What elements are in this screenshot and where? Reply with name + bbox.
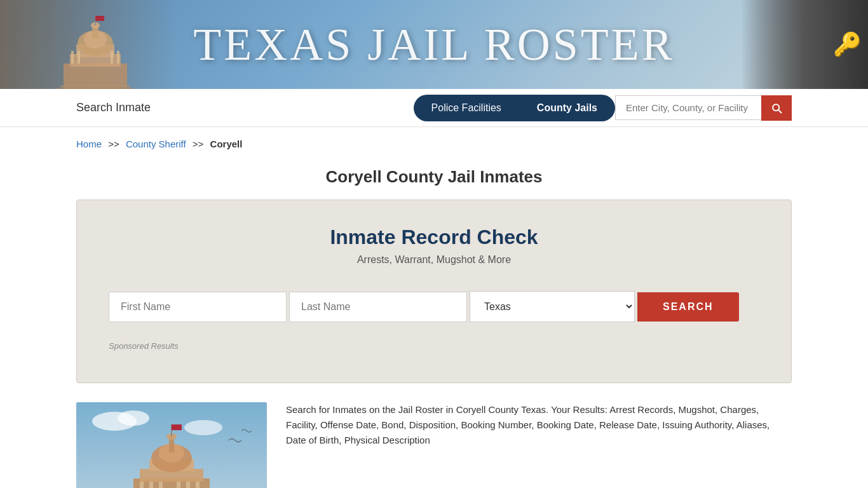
header-banner: Texas Jail Roster 🔑: [0, 0, 868, 89]
search-form-row: AlabamaAlaskaArizonaArkansasCaliforniaCo…: [109, 291, 759, 322]
breadcrumb-home-link[interactable]: Home: [76, 139, 102, 149]
svg-rect-28: [172, 424, 182, 430]
first-name-input[interactable]: [109, 292, 287, 322]
record-search-button[interactable]: SEARCH: [637, 292, 739, 322]
search-icon: [770, 102, 783, 114]
svg-rect-11: [78, 51, 80, 64]
nav-right: Police Facilities County Jails: [414, 95, 792, 121]
banner-capitol-image: [25, 0, 178, 89]
svg-rect-15: [60, 85, 130, 88]
main-content: Inmate Record Check Arrests, Warrant, Mu…: [0, 200, 868, 488]
svg-rect-29: [140, 482, 144, 488]
svg-rect-9: [95, 16, 104, 21]
record-check-box: Inmate Record Check Arrests, Warrant, Mu…: [76, 200, 792, 383]
svg-rect-14: [57, 88, 133, 89]
svg-rect-13: [117, 51, 119, 64]
breadcrumb-sep-2: >>: [193, 139, 204, 149]
county-jails-button[interactable]: County Jails: [519, 95, 615, 121]
svg-rect-31: [159, 482, 163, 488]
breadcrumb: Home >> County Sheriff >> Coryell: [0, 127, 868, 161]
sponsored-results-label: Sponsored Results: [109, 341, 759, 351]
svg-rect-33: [186, 482, 190, 488]
police-facilities-button[interactable]: Police Facilities: [414, 95, 519, 121]
record-check-subtitle: Arrests, Warrant, Mugshot & More: [109, 254, 759, 266]
svg-rect-34: [196, 482, 200, 488]
breadcrumb-county-sheriff-link[interactable]: County Sheriff: [126, 139, 186, 149]
state-select[interactable]: AlabamaAlaskaArizonaArkansasCaliforniaCo…: [470, 291, 635, 322]
bottom-description-text: Search for Inmates on the Jail Roster in…: [286, 402, 792, 448]
banner-keys-image: 🔑: [741, 0, 868, 89]
breadcrumb-current: Coryell: [210, 139, 243, 149]
bottom-capitol-image: [76, 402, 267, 488]
page-title-section: Coryell County Jail Inmates: [0, 161, 868, 200]
record-check-title: Inmate Record Check: [109, 226, 759, 249]
last-name-input[interactable]: [289, 292, 467, 322]
nav-area: Search Inmate Police Facilities County J…: [0, 89, 868, 127]
svg-rect-10: [71, 51, 74, 64]
breadcrumb-sep-1: >>: [108, 139, 119, 149]
facility-search-input[interactable]: [615, 95, 761, 120]
bottom-section: Search for Inmates on the Jail Roster in…: [76, 402, 792, 488]
svg-rect-30: [149, 482, 153, 488]
search-inmate-label: Search Inmate: [76, 101, 151, 114]
facility-search-button[interactable]: [761, 95, 792, 121]
svg-point-19: [184, 420, 222, 435]
svg-point-18: [118, 410, 149, 426]
banner-title: Texas Jail Roster: [193, 18, 674, 71]
page-title: Coryell County Jail Inmates: [0, 167, 868, 187]
svg-rect-12: [111, 51, 113, 64]
svg-rect-32: [177, 482, 180, 488]
